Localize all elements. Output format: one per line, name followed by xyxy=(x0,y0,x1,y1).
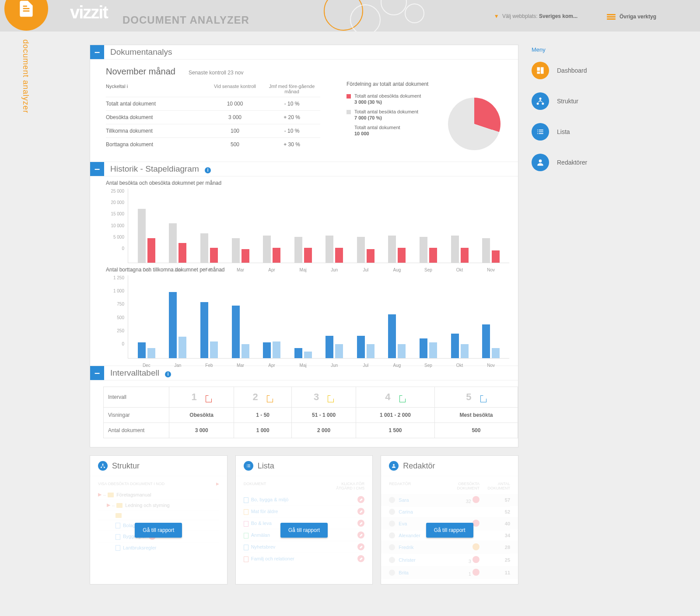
hamburger-icon xyxy=(607,13,616,21)
struktur-card: Struktur VISA OBESÖKTA DOKUMENT I NOD▶ ▶… xyxy=(90,455,228,584)
menu-item-struktur[interactable]: Struktur xyxy=(532,92,610,110)
tree-icon xyxy=(98,461,108,471)
goto-report-button[interactable]: Gå till rapport xyxy=(135,523,182,538)
info-icon[interactable]: i xyxy=(165,371,171,377)
goto-report-button[interactable]: Gå till rapport xyxy=(426,523,473,538)
svg-point-0 xyxy=(102,464,104,465)
collapse-toggle[interactable]: – xyxy=(90,45,104,59)
bar-group: Nov xyxy=(477,288,505,358)
chart-visited: 25 00020 00015 00010 0005 0000DecJanFebM… xyxy=(90,189,518,263)
list-icon xyxy=(244,461,253,471)
bar-group: Sep xyxy=(414,201,442,263)
svg-point-1 xyxy=(101,467,102,468)
bar-group: Jul xyxy=(352,288,380,358)
bar-group: Dec xyxy=(133,201,161,263)
bar-group: Nov xyxy=(477,201,505,263)
section-title: Historik - Stapeldiagram i xyxy=(110,164,211,174)
bar-group: Feb xyxy=(195,201,223,263)
app-subtitle: DOCUMENT ANALYZER xyxy=(122,14,249,26)
bar-group: Jun xyxy=(320,288,348,358)
svg-point-4 xyxy=(539,98,542,100)
side-menu: Meny Dashboard Struktur Lista Redaktörer xyxy=(532,45,610,584)
menu-item-redaktörer[interactable]: Redaktörer xyxy=(532,154,610,171)
bar-group: Okt xyxy=(446,288,474,358)
side-badge-text: document analyzer xyxy=(21,39,30,113)
menu-icon xyxy=(532,62,549,79)
brand-logo: vizzit xyxy=(70,3,108,22)
section-title: Intervalltabell i xyxy=(110,368,171,378)
kpi-table: Nyckeltal i Vid senaste kontroll Jmf med… xyxy=(106,81,320,151)
info-icon[interactable]: i xyxy=(127,84,128,89)
bar-group: Feb xyxy=(195,288,223,358)
bar-group: Apr xyxy=(258,288,286,358)
last-check: Senaste kontroll 23 nov xyxy=(189,70,243,76)
menu-icon xyxy=(532,123,549,141)
bar-group: Mar xyxy=(227,288,255,358)
doc-icon xyxy=(4,0,48,31)
bar-group: Maj xyxy=(289,288,317,358)
summary-card: – Dokumentanalys November månad Senaste … xyxy=(90,45,518,447)
person-icon xyxy=(389,461,399,471)
chart1-title: Antal besökta och obesökta dokumnet per … xyxy=(106,180,518,186)
svg-point-6 xyxy=(542,102,544,105)
kpi-row: Totalt antal dokument10 000- 10 % xyxy=(106,97,320,110)
goto-report-button[interactable]: Gå till rapport xyxy=(280,523,328,538)
kpi-row: Borttagna dokument500+ 30 % xyxy=(106,137,320,151)
other-tools-link[interactable]: Övriga verktyg xyxy=(607,13,656,21)
bar-group: Okt xyxy=(446,201,474,263)
svg-point-3 xyxy=(393,464,395,466)
pie-chart xyxy=(448,98,500,150)
bar-group: Aug xyxy=(383,201,411,263)
top-banner: vizzit DOCUMENT ANALYZER ▼ Välj webbplat… xyxy=(0,0,700,32)
chart-removed: 1 2501 0007505002500DecJanFebMarAprMajJu… xyxy=(90,275,518,359)
svg-point-2 xyxy=(104,467,105,468)
bar-group: Dec xyxy=(133,288,161,358)
menu-item-dashboard[interactable]: Dashboard xyxy=(532,62,610,79)
collapse-toggle[interactable]: – xyxy=(90,162,104,176)
side-badge: document analyzer xyxy=(0,0,48,113)
kpi-row: Tillkomna dokument100- 10 % xyxy=(106,124,320,137)
bar-group: Mar xyxy=(227,201,255,263)
svg-point-5 xyxy=(537,102,539,105)
bar-group: Apr xyxy=(258,201,286,263)
interval-table: Intervall12345VisningarObesökta1 - 5051 … xyxy=(103,387,518,438)
collapse-toggle[interactable]: – xyxy=(90,366,104,380)
section-title: Dokumentanalys xyxy=(110,47,172,57)
info-icon[interactable]: i xyxy=(205,167,211,173)
bar-group: Jan xyxy=(164,201,192,263)
redaktor-card: Redaktör REDAKTÖROBESÖKTA DOKUMENTANTAL … xyxy=(381,455,518,584)
bar-group: Jul xyxy=(352,201,380,263)
menu-icon xyxy=(532,92,549,110)
bar-group: Jun xyxy=(320,201,348,263)
menu-title: Meny xyxy=(532,46,610,53)
svg-point-7 xyxy=(539,159,542,162)
bar-group: Maj xyxy=(289,201,317,263)
site-picker[interactable]: ▼ Välj webbplats: Sveriges kom... xyxy=(494,13,578,19)
menu-item-lista[interactable]: Lista xyxy=(532,123,610,141)
bar-group: Aug xyxy=(383,288,411,358)
bar-group: Jan xyxy=(164,288,192,358)
kpi-row: Obesökta dokument3 000+ 20 % xyxy=(106,110,320,124)
month-heading: November månad xyxy=(106,67,175,77)
lista-card: Lista DOKUMENTKLICKA FÖR ÅTGÄRD I CMS Bo… xyxy=(235,455,373,584)
bar-group: Sep xyxy=(414,288,442,358)
menu-icon xyxy=(532,154,549,171)
